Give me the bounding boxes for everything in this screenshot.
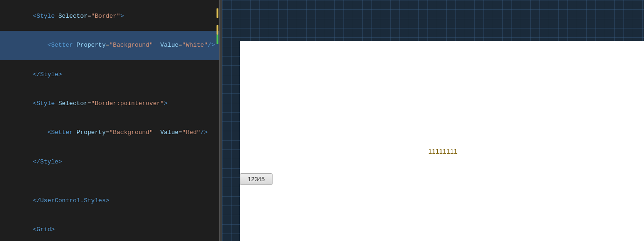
- code-line-5: <Setter Property="Background" Value="Red…: [0, 119, 219, 148]
- code-editor[interactable]: <Style Selector="Border"> <Setter Proper…: [0, 0, 219, 241]
- preview-button[interactable]: 12345: [240, 173, 273, 185]
- preview-content-area: 12345 11111111: [240, 41, 644, 241]
- code-line-2: <Setter Property="Background" Value="Whi…: [0, 31, 219, 60]
- code-lines: <Style Selector="Border"> <Setter Proper…: [0, 0, 219, 241]
- code-line-9: <Grid>: [0, 216, 219, 241]
- code-line-1: <Style Selector="Border">: [0, 2, 219, 31]
- preview-panel: 12345 11111111: [222, 0, 644, 241]
- code-line-7: [0, 177, 219, 186]
- indicator-green: [217, 35, 218, 44]
- indicator-yellow-1: [217, 8, 218, 18]
- xml-tag: <Style: [33, 13, 58, 20]
- xml-value: "Border": [91, 13, 120, 20]
- indicator-yellow-2: [217, 25, 218, 35]
- xml-attr: Selector: [58, 13, 87, 20]
- code-line-6: </Style>: [0, 148, 219, 177]
- code-line-3: </Style>: [0, 60, 219, 89]
- code-line-4: <Style Selector="Border:pointerover">: [0, 89, 219, 118]
- preview-textblock: 11111111: [428, 148, 457, 155]
- code-line-8: </UserControl.Styles>: [0, 186, 219, 215]
